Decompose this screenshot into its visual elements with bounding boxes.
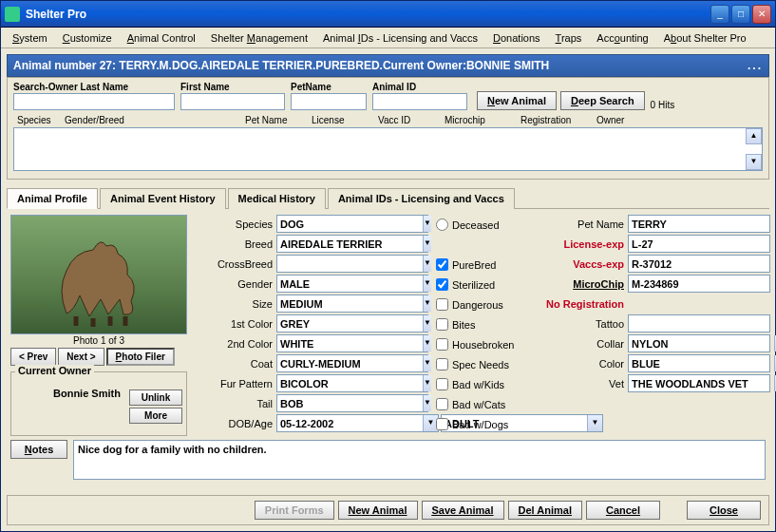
collar-select[interactable]: ▼	[628, 334, 770, 352]
del-animal-button[interactable]: Del Animal	[508, 501, 582, 520]
new-animal-button[interactable]: New Animal	[477, 91, 557, 110]
search-petname-input[interactable]	[291, 93, 367, 110]
photo-next-button[interactable]: Next >	[58, 348, 104, 366]
save-animal-button[interactable]: Save Animal	[422, 501, 504, 520]
badkids-checkbox[interactable]	[436, 378, 448, 390]
label-color1: 1st Color	[189, 314, 273, 334]
tattoo-input[interactable]	[628, 314, 770, 332]
housebroken-checkbox[interactable]	[436, 338, 448, 351]
vet-select[interactable]: ▼	[628, 374, 770, 392]
tab-animal-ids[interactable]: Animal IDs - Licensing and Vaccs	[328, 188, 515, 209]
window-buttons: _ □ ✕	[710, 5, 771, 24]
record-header: Animal number 27: TERRY.M.DOG.AIREDALE T…	[7, 54, 769, 77]
owner-unlink-button[interactable]: Unlink	[129, 390, 182, 406]
menu-shelter-management[interactable]: Shelter Management	[205, 30, 313, 46]
photo-column: Photo 1 of 3 < Prev Next > Photo Filer C…	[10, 215, 187, 436]
collar-color-select[interactable]: ▼	[628, 354, 770, 372]
deceased-radio[interactable]	[436, 218, 448, 231]
menu-system[interactable]: System	[7, 30, 53, 46]
gender-select[interactable]: ▼	[276, 275, 428, 293]
maximize-button[interactable]: □	[731, 5, 750, 24]
dog-silhouette-icon	[47, 233, 152, 328]
label-license-exp: License-exp	[533, 235, 624, 255]
color1-select[interactable]: ▼	[276, 314, 428, 332]
coat-select[interactable]: ▼	[276, 354, 428, 372]
window-title: Shelter Pro	[26, 8, 710, 21]
label-deceased: Deceased	[452, 219, 500, 231]
badcats-checkbox[interactable]	[436, 398, 448, 410]
tail-select[interactable]: ▼	[276, 394, 428, 412]
close-window-button[interactable]: Close	[687, 501, 761, 520]
menu-donations[interactable]: Donations	[487, 30, 546, 46]
dangerous-checkbox[interactable]	[436, 298, 448, 311]
dob-select[interactable]: ▼	[276, 414, 439, 432]
close-button[interactable]: ✕	[752, 5, 771, 24]
menu-accounting[interactable]: Accounting	[591, 30, 653, 46]
menu-animal-ids[interactable]: Animal IDs - Licensing and Vaccs	[317, 30, 483, 46]
search-animalid-input[interactable]	[372, 93, 467, 110]
results-grid[interactable]: ▲ ▼	[13, 127, 763, 171]
label-gender: Gender	[189, 275, 273, 294]
bites-checkbox[interactable]	[436, 318, 448, 331]
size-select[interactable]: ▼	[276, 294, 428, 313]
label-baddogs: Bad w/Dogs	[452, 419, 508, 430]
owner-group: Current Owner Bonnie Smith Unlink More	[10, 371, 187, 436]
label-badcats: Bad w/Cats	[452, 399, 505, 410]
col-license: License	[308, 114, 374, 126]
specneeds-checkbox[interactable]	[436, 358, 448, 370]
photo-prev-button[interactable]: < Prev	[10, 348, 56, 366]
license-input[interactable]	[628, 235, 770, 253]
menu-traps[interactable]: Traps	[550, 30, 588, 46]
microchip-input[interactable]	[628, 275, 770, 293]
header-more-icon[interactable]: ...	[748, 59, 763, 72]
label-sterilized: Sterilized	[452, 279, 495, 291]
deep-search-button[interactable]: Deep Search	[560, 91, 645, 110]
tab-medical-history[interactable]: Medical History	[228, 188, 326, 209]
app-window: Shelter Pro _ □ ✕ System Customize Anima…	[0, 0, 776, 532]
vaccs-input[interactable]	[628, 255, 770, 273]
col-petname: Pet Name	[241, 114, 308, 126]
flags-column: Deceased PureBred Sterilized Dangerous B…	[428, 215, 533, 436]
col-registration: Registration	[517, 114, 593, 126]
color2-select[interactable]: ▼	[276, 334, 428, 352]
label-collar: Collar	[533, 334, 624, 354]
microchip-link[interactable]: MicroChip	[533, 275, 624, 294]
tab-event-history[interactable]: Animal Event History	[100, 188, 226, 209]
search-first-name-input[interactable]	[180, 93, 285, 110]
fur-select[interactable]: ▼	[276, 374, 428, 392]
label-fur: Fur Pattern	[189, 374, 273, 394]
species-select[interactable]: ▼	[276, 215, 428, 233]
photo-filer-button[interactable]: Photo Filer	[106, 348, 175, 366]
search-panel: Search-Owner Last Name First Name PetNam…	[7, 77, 769, 180]
crossbreed-select[interactable]: ▼	[276, 255, 428, 273]
cancel-button[interactable]: Cancel	[586, 501, 660, 520]
animal-photo[interactable]	[10, 215, 187, 334]
new-animal-bottom-button[interactable]: New Animal	[338, 501, 418, 520]
sterilized-checkbox[interactable]	[436, 278, 448, 291]
menu-about[interactable]: About Shelter Pro	[658, 30, 752, 46]
scroll-up-icon[interactable]: ▲	[746, 128, 762, 144]
attr-labels: Species Breed CrossBreed Gender Size 1st…	[189, 215, 276, 436]
label-color2: 2nd Color	[189, 334, 273, 354]
minimize-button[interactable]: _	[710, 5, 729, 24]
label-pet-name: PetName	[291, 82, 367, 92]
purebred-checkbox[interactable]	[436, 258, 448, 271]
petname-input[interactable]	[628, 215, 770, 233]
baddogs-checkbox[interactable]	[436, 418, 448, 430]
label-crossbreed: CrossBreed	[189, 255, 273, 275]
owner-more-button[interactable]: More	[129, 408, 182, 424]
notes-text[interactable]: Nice dog for a family with no children.	[73, 440, 766, 480]
hits-label: 0 Hits	[651, 96, 675, 110]
tab-animal-profile[interactable]: Animal Profile	[7, 188, 98, 209]
breed-select[interactable]: ▼	[276, 235, 428, 253]
col-species: Species	[13, 114, 61, 126]
notes-button[interactable]: Notes	[10, 440, 67, 459]
col-vacc: Vacc ID	[374, 114, 441, 126]
search-owner-last-input[interactable]	[13, 93, 175, 110]
label-animal-id: Animal ID	[372, 82, 467, 92]
scroll-down-icon[interactable]: ▼	[746, 154, 762, 170]
print-forms-button: Print Forms	[255, 501, 334, 520]
menu-animal-control[interactable]: Animal Control	[122, 30, 201, 46]
menu-customize[interactable]: Customize	[57, 30, 118, 46]
owner-group-title: Current Owner	[15, 365, 94, 376]
